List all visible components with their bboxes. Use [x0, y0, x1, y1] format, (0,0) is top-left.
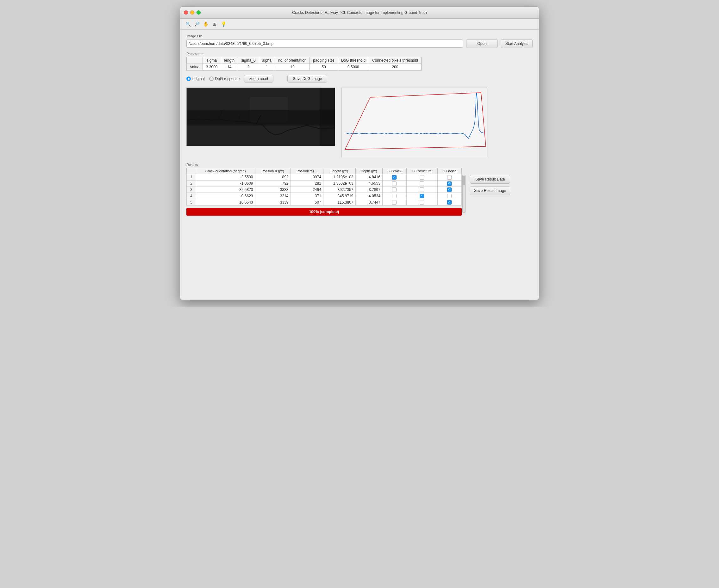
gt-structure-checkbox[interactable] [420, 194, 424, 198]
gt-structure-checkbox[interactable] [420, 200, 424, 205]
radio-original-label: original [193, 77, 205, 81]
length: 392.7357 [323, 187, 355, 193]
svg-rect-5 [187, 110, 335, 126]
crack-orientation: -82.5873 [196, 187, 255, 193]
gt-noise-checkbox[interactable] [447, 187, 452, 192]
param-dog-value[interactable]: 0.5000 [338, 64, 369, 70]
save-dog-button[interactable]: Save DoG Image [287, 75, 327, 83]
window-title: Cracks Detector of Railway TCL Concrete … [292, 10, 427, 15]
view-mode-radio: original DoG response [186, 77, 240, 81]
depth: 4.0534 [355, 193, 382, 199]
table-row: 3-82.587333332494392.73573.7897 [187, 187, 462, 193]
minimize-button[interactable] [190, 10, 194, 15]
open-button[interactable]: Open [466, 39, 498, 48]
position-y: 507 [291, 199, 323, 206]
content-area: Image File /Users/eunchurn/data/024856/1… [180, 30, 539, 224]
crack-orientation: 16.6543 [196, 199, 255, 206]
grid-icon[interactable]: ⊞ [211, 21, 218, 27]
gt-noise[interactable] [437, 187, 461, 193]
gt-crack[interactable] [382, 199, 406, 206]
position-x: 3214 [255, 193, 291, 199]
radio-original[interactable]: original [186, 77, 205, 81]
svg-rect-6 [320, 88, 335, 146]
pan-icon[interactable]: ✋ [202, 21, 209, 27]
param-sigma0-value[interactable]: 2 [238, 64, 259, 70]
depth: 3.7897 [355, 187, 382, 193]
position-x: 792 [255, 180, 291, 187]
maximize-button[interactable] [197, 10, 201, 15]
gt-crack-checkbox[interactable] [392, 187, 397, 192]
results-section: Results Crack orientation (degree) Posit… [186, 163, 533, 216]
gt-crack-checkbox[interactable] [392, 194, 397, 198]
param-length-value[interactable]: 14 [221, 64, 238, 70]
file-row: /Users/eunchurn/data/024856/1/60_0.0755_… [186, 39, 533, 48]
gt-noise[interactable] [437, 174, 461, 181]
radio-dog[interactable]: DoG response [209, 77, 240, 81]
gt-noise[interactable] [437, 193, 461, 199]
save-result-data-button[interactable]: Save Result Data [470, 175, 510, 184]
file-section-label: Image File [186, 34, 533, 38]
depth: 4.8416 [355, 174, 382, 181]
position-x: 892 [255, 174, 291, 181]
param-sigma-value[interactable]: 3.3000 [202, 64, 221, 70]
gt-crack[interactable] [382, 174, 406, 181]
gt-noise[interactable] [437, 180, 461, 187]
start-analysis-button[interactable]: Start Analysis [501, 39, 533, 48]
results-table: Crack orientation (degree) Position X (p… [186, 168, 462, 206]
depth: 4.6553 [355, 180, 382, 187]
gt-structure[interactable] [406, 174, 437, 181]
gt-crack-checkbox[interactable] [392, 175, 397, 180]
save-result-image-button[interactable]: Save Result Image [470, 186, 510, 195]
gt-structure[interactable] [406, 180, 437, 187]
param-header-sigma: sigma [202, 57, 221, 64]
gt-structure[interactable] [406, 187, 437, 193]
col-header-gtnoise: GT noise [437, 168, 461, 174]
gt-noise-checkbox[interactable] [447, 175, 452, 180]
zoom-reset-button[interactable]: zoom reset [244, 75, 274, 83]
gt-structure-checkbox[interactable] [420, 175, 424, 180]
gt-structure-checkbox[interactable] [420, 187, 424, 192]
length: 345.9719 [323, 193, 355, 199]
gt-crack-checkbox[interactable] [392, 182, 397, 186]
param-header-sigma0: sigma_0 [238, 57, 259, 64]
param-header-connected: Connected pixels threshold [369, 57, 421, 64]
scrollbar-thumb[interactable] [463, 176, 465, 185]
radio-dog-label: DoG response [215, 77, 240, 81]
position-y: 371 [291, 193, 323, 199]
gt-noise[interactable] [437, 199, 461, 206]
table-row: 516.65433339507115.38073.7447 [187, 199, 462, 206]
param-alpha-value[interactable]: 1 [259, 64, 275, 70]
crack-orientation: -3.5590 [196, 174, 255, 181]
gt-crack[interactable] [382, 180, 406, 187]
gt-crack[interactable] [382, 193, 406, 199]
col-header-posx: Position X (px) [255, 168, 291, 174]
lightbulb-icon[interactable]: 💡 [220, 21, 227, 27]
param-orientation-value[interactable]: 12 [275, 64, 309, 70]
gt-noise-checkbox[interactable] [447, 182, 452, 186]
zoom-out-icon[interactable]: 🔎 [193, 21, 200, 27]
col-header-depth: Depth (px) [355, 168, 382, 174]
table-row: 4-0.66233214371345.97194.0534 [187, 193, 462, 199]
gt-noise-checkbox[interactable] [447, 200, 452, 205]
svg-rect-2 [187, 88, 218, 107]
position-x: 3333 [255, 187, 291, 193]
gt-crack[interactable] [382, 187, 406, 193]
gt-structure[interactable] [406, 193, 437, 199]
close-button[interactable] [184, 10, 188, 15]
table-row: 1-3.559089239741.2105e+034.8416 [187, 174, 462, 181]
gt-crack-checkbox[interactable] [392, 200, 397, 205]
row-num: 1 [187, 174, 196, 181]
length: 1.3502e+03 [323, 180, 355, 187]
gt-structure-checkbox[interactable] [420, 182, 424, 186]
gt-structure[interactable] [406, 199, 437, 206]
gt-noise-checkbox[interactable] [447, 194, 452, 198]
row-num: 4 [187, 193, 196, 199]
param-connected-value[interactable]: 200 [369, 64, 421, 70]
param-padding-value[interactable]: 50 [310, 64, 338, 70]
scrollbar[interactable] [462, 175, 465, 213]
zoom-in-icon[interactable]: 🔍 [184, 21, 192, 27]
param-header-orientation: no. of orientation [275, 57, 309, 64]
main-window: Cracks Detector of Railway TCL Concrete … [180, 6, 539, 300]
side-buttons: Save Result Data Save Result Image [470, 175, 510, 195]
params-table: sigma length sigma_0 alpha no. of orient… [186, 57, 421, 70]
